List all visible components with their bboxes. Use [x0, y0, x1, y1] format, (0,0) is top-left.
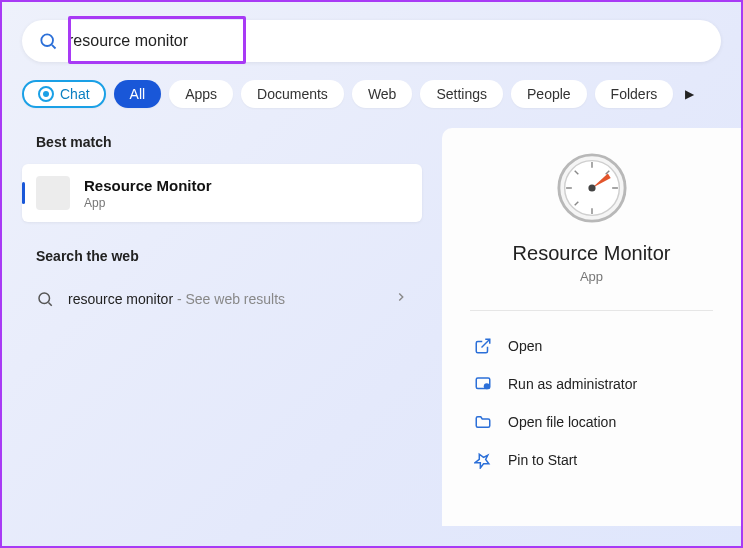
action-run-as-admin[interactable]: Run as administrator — [470, 365, 713, 403]
pin-icon — [474, 451, 492, 469]
result-text: Resource Monitor App — [84, 177, 212, 210]
app-hero: Resource Monitor App — [442, 152, 741, 284]
chip-label: Apps — [185, 86, 217, 102]
chip-label: Settings — [436, 86, 487, 102]
best-match-heading: Best match — [36, 134, 422, 150]
chip-all[interactable]: All — [114, 80, 162, 108]
chip-label: All — [130, 86, 146, 102]
svg-line-15 — [482, 339, 490, 347]
action-open[interactable]: Open — [470, 327, 713, 365]
open-icon — [474, 337, 492, 355]
svg-point-17 — [484, 383, 490, 389]
result-title: Resource Monitor — [84, 177, 212, 194]
chip-settings[interactable]: Settings — [420, 80, 503, 108]
shield-admin-icon — [474, 375, 492, 393]
action-label: Run as administrator — [508, 376, 637, 392]
resource-monitor-icon — [556, 152, 628, 224]
search-web-heading: Search the web — [36, 248, 422, 264]
svg-line-1 — [52, 45, 56, 49]
search-input[interactable] — [68, 32, 705, 50]
chip-apps[interactable]: Apps — [169, 80, 233, 108]
web-suffix: - See web results — [173, 291, 285, 307]
web-result-text: resource monitor - See web results — [68, 291, 285, 307]
action-pin-to-start[interactable]: Pin to Start — [470, 441, 713, 479]
chip-scroll-right-icon[interactable]: ▶ — [685, 87, 694, 101]
web-result-row[interactable]: resource monitor - See web results — [22, 278, 422, 320]
chip-documents[interactable]: Documents — [241, 80, 344, 108]
web-query: resource monitor — [68, 291, 173, 307]
action-label: Pin to Start — [508, 452, 577, 468]
svg-point-2 — [39, 293, 50, 304]
action-list: Open Run as administrator Open file loca… — [442, 321, 741, 485]
filter-chip-row: Chat All Apps Documents Web Settings Peo… — [2, 74, 741, 122]
chip-chat[interactable]: Chat — [22, 80, 106, 108]
folder-icon — [474, 413, 492, 431]
chip-people[interactable]: People — [511, 80, 587, 108]
best-match-result[interactable]: Resource Monitor App — [22, 164, 422, 222]
bing-icon — [38, 86, 54, 102]
preview-app-type: App — [580, 269, 603, 284]
chip-label: Documents — [257, 86, 328, 102]
chip-folders[interactable]: Folders — [595, 80, 674, 108]
chip-label: Folders — [611, 86, 658, 102]
chip-label: Chat — [60, 86, 90, 102]
search-icon — [36, 290, 54, 308]
divider — [470, 310, 713, 311]
action-label: Open file location — [508, 414, 616, 430]
action-open-file-location[interactable]: Open file location — [470, 403, 713, 441]
chip-web[interactable]: Web — [352, 80, 413, 108]
result-app-icon — [36, 176, 70, 210]
search-bar-container — [2, 2, 741, 74]
result-subtitle: App — [84, 196, 212, 210]
preview-app-name: Resource Monitor — [513, 242, 671, 265]
svg-line-3 — [48, 302, 51, 305]
chip-label: Web — [368, 86, 397, 102]
search-bar[interactable] — [22, 20, 721, 62]
main-area: Best match Resource Monitor App Search t… — [2, 122, 741, 526]
results-pane: Best match Resource Monitor App Search t… — [2, 122, 442, 526]
search-icon — [38, 31, 58, 51]
chevron-right-icon — [394, 290, 408, 308]
preview-pane: Resource Monitor App Open Run as adminis… — [442, 128, 741, 526]
action-label: Open — [508, 338, 542, 354]
svg-point-14 — [588, 184, 595, 191]
svg-point-0 — [41, 34, 53, 46]
chip-label: People — [527, 86, 571, 102]
